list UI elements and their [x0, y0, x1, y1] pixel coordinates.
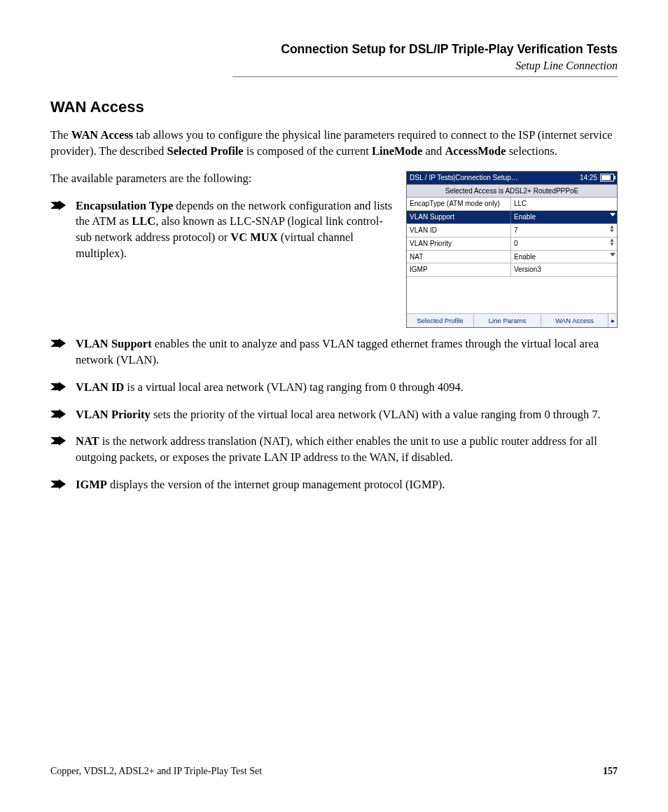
device-row-value[interactable]: 0▲ ▼ — [511, 238, 617, 250]
spinner-icon[interactable]: ▲ ▼ — [608, 238, 615, 247]
bullet-arrow-icon — [50, 409, 66, 419]
device-row-label: EncapType (ATM mode only) — [407, 198, 511, 210]
device-title-text: DSL / IP Tests|Connection Setup… — [410, 173, 518, 183]
page-number: 157 — [603, 766, 618, 777]
device-row-value[interactable]: 7▲ ▼ — [511, 224, 617, 237]
page-header-subtitle: Setup Line Connection — [50, 60, 618, 72]
device-blank-area — [407, 277, 617, 314]
device-row[interactable]: VLAN ID7▲ ▼ — [407, 224, 617, 238]
chevron-down-icon[interactable] — [610, 213, 615, 216]
svg-marker-3 — [50, 409, 66, 419]
bullet-arrow-icon — [50, 200, 66, 210]
page-header-title: Connection Setup for DSL/IP Triple-Play … — [50, 42, 618, 57]
device-row[interactable]: VLAN SupportEnable — [407, 211, 617, 224]
device-row[interactable]: IGMPVersion3 — [407, 263, 617, 277]
device-row-label: VLAN Support — [407, 211, 511, 223]
device-row-label: NAT — [407, 251, 511, 263]
svg-marker-1 — [50, 338, 66, 348]
intro-paragraph: The WAN Access tab allows you to configu… — [50, 128, 618, 160]
svg-marker-4 — [50, 436, 66, 446]
spinner-icon[interactable]: ▲ ▼ — [608, 225, 615, 233]
section-title: WAN Access — [50, 97, 618, 118]
device-tab[interactable]: Selected Profile — [407, 314, 474, 327]
battery-icon — [600, 174, 614, 181]
device-screenshot: DSL / IP Tests|Connection Setup… 14:25 S… — [406, 171, 618, 328]
svg-marker-2 — [50, 382, 66, 392]
device-row-label: IGMP — [407, 263, 511, 276]
device-tab[interactable]: Line Params — [474, 314, 541, 327]
tab-scroll-right-icon[interactable]: ▸ — [608, 314, 617, 327]
device-row-value[interactable]: LLC — [511, 198, 617, 210]
device-tab[interactable]: WAN Access — [541, 314, 608, 327]
chevron-down-icon[interactable] — [610, 253, 615, 256]
bullet-arrow-icon — [50, 382, 66, 392]
bullet-item: NAT is the network address translation (… — [50, 434, 618, 466]
bullet-item: VLAN Support enables the unit to analyze… — [50, 336, 618, 369]
device-row-label: VLAN Priority — [407, 238, 511, 250]
device-subtitle: Selected Access is ADSL2+ RoutedPPPoE — [407, 184, 617, 198]
bullet-arrow-icon — [50, 338, 66, 348]
device-row[interactable]: NATEnable — [407, 251, 617, 264]
bullet-item: IGMP displays the version of the interne… — [50, 477, 618, 493]
device-row-value[interactable]: Enable — [511, 211, 617, 223]
bullet-encapsulation-type: Encapsulation Type depends on the networ… — [50, 198, 395, 262]
device-row-label: VLAN ID — [407, 224, 511, 237]
footer-text: Copper, VDSL2, ADSL2+ and IP Triple-Play… — [50, 766, 262, 777]
bullet-item: VLAN ID is a virtual local area network … — [50, 380, 618, 396]
bullet-arrow-icon — [50, 436, 66, 446]
bullet-item: VLAN Priority sets the priority of the v… — [50, 407, 618, 423]
svg-marker-0 — [50, 200, 66, 210]
lead-text: The available parameters are the followi… — [50, 171, 395, 187]
device-clock: 14:25 — [580, 173, 597, 183]
device-row-value[interactable]: Version3 — [511, 263, 617, 276]
svg-marker-5 — [50, 479, 66, 489]
bullet-arrow-icon — [50, 479, 66, 489]
device-row[interactable]: EncapType (ATM mode only)LLC — [407, 198, 617, 211]
device-row[interactable]: VLAN Priority0▲ ▼ — [407, 238, 617, 251]
device-titlebar: DSL / IP Tests|Connection Setup… 14:25 — [407, 172, 617, 184]
device-row-value[interactable]: Enable — [511, 251, 617, 263]
header-rule — [232, 76, 618, 77]
